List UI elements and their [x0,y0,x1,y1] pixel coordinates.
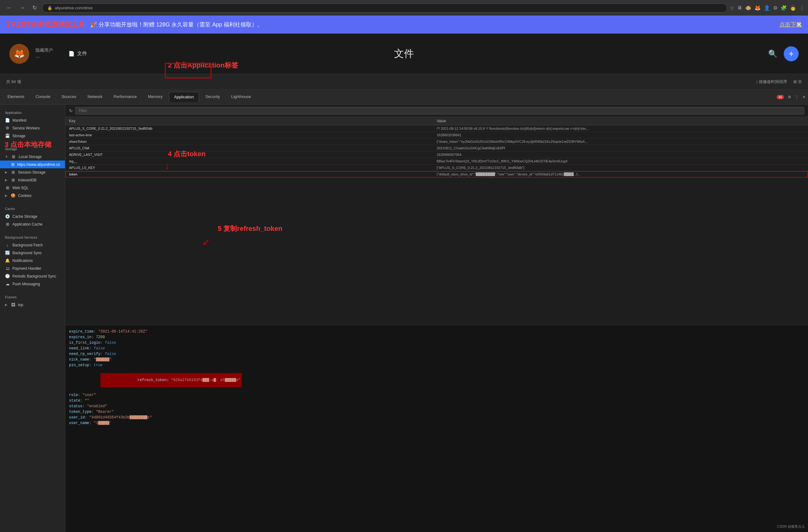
sidebar-section-application: Application 📄 Manifest ⚙ Service Workers… [0,105,65,141]
aliyundrive-url-icon: ⊞ [11,162,15,167]
sidebar-item-payment-handler[interactable]: 🗂 Payment Handler [0,264,65,272]
tab-application-label: Application [174,95,194,99]
session-storage-label: Session Storage [18,170,45,175]
tab-performance[interactable]: Performance [109,92,142,102]
file-count-text: 共 94 项 [6,79,21,85]
app-container: 🦊 隐藏用户 ··· 📄 文件 文件 🔍 + 共 94 项 ↕ 按修改时间排序 … [0,34,808,532]
error-count-badge: 40 [776,95,784,99]
table-row[interactable]: APLUS_LS_KEY ["APLUS_S_CORE_0.21.2_20210… [65,165,808,171]
ext-icon-6[interactable]: 🧩 [781,5,787,11]
local-storage-icon: ⊞ [11,154,16,159]
ext-icon-1[interactable]: 🖥 [737,5,742,11]
sort-options: ↕ 按修改时间排序 [756,79,787,85]
table-row[interactable]: ADRIVE_LAST_VISIT 1628996057064 [65,151,808,158]
devtools-panel: Elements Console Sources Network Perform… [0,90,808,532]
sidebar-item-background-fetch[interactable]: ↓ Background Fetch [0,241,65,249]
ext-icon-5[interactable]: ⚙ [773,5,777,11]
lock-icon: 🔒 [47,5,52,10]
content-toolbar: ↻ [65,105,808,117]
ext-icon-3[interactable]: 🦊 [754,5,761,11]
settings-icon[interactable]: ⚙ [788,95,791,99]
devtools-body: Application 📄 Manifest ⚙ Service Workers… [0,105,808,532]
sidebar-item-local-storage[interactable]: ▼ ⊞ Local Storage [0,153,65,161]
close-devtools-button[interactable]: ✕ [803,95,806,99]
user-info: 隐藏用户 ··· [35,48,53,60]
user-more-button[interactable]: ··· [35,54,53,60]
files-nav-item[interactable]: 📄 文件 [69,50,87,57]
refresh-storage-button[interactable]: ↻ [69,108,73,113]
table-row[interactable]: last-active-time 1628602038641 [65,132,808,139]
local-storage-label: Local Storage [19,154,42,159]
tab-elements[interactable]: Elements [2,92,29,102]
detail-line: user_name: "1█████' [69,420,804,426]
ext-icon-4[interactable]: 👤 [764,5,770,11]
cache-storage-icon: 💿 [5,214,10,219]
aliyundrive-url-label: https://www.aliyundrive.co [17,162,60,167]
sidebar-item-manifest[interactable]: 📄 Manifest [0,116,65,124]
sidebar-item-indexeddb[interactable]: ▶ ⊞ IndexedDB [0,176,65,184]
key-cell: shareToken [69,140,437,143]
sidebar-item-notifications[interactable]: 🔔 Notifications [0,257,65,264]
user-avatar: 🦊 [9,44,29,64]
tab-network[interactable]: Network [83,92,108,102]
table-header: Key Value [65,117,808,125]
sidebar-item-aliyundrive-localstorage[interactable]: ⊞ https://www.aliyundrive.co [0,161,65,168]
sidebar-item-cache-storage[interactable]: 💿 Cache Storage [0,213,65,220]
sidebar-item-background-sync[interactable]: 🔄 Background Sync [0,249,65,257]
tab-application[interactable]: Application [169,92,199,102]
more-options-icon[interactable]: ⋮ [795,95,799,99]
filter-input[interactable] [75,107,804,114]
sidebar-item-websql[interactable]: ⊞ Web SQL [0,184,65,191]
sidebar-item-push-messaging[interactable]: ☁ Push Messaging [0,280,65,288]
token-table-row[interactable]: token {"default_sbox_drive_id":"████████… [65,171,808,178]
back-button[interactable]: ← [4,3,14,13]
app-header-actions: 🔍 + [768,47,799,61]
payment-handler-label: Payment Handler [13,266,41,271]
table-row[interactable]: APLUS_S_CORE_0.21.2_20210812192715_3edf8… [65,125,808,132]
key-cell: APLUS_S_CORE_0.21.2_20210812192715_3edf8… [69,127,437,130]
cookies-label: Cookies [18,194,32,198]
tab-security[interactable]: Security [200,92,225,102]
detail-line: need_rp_verify: false [69,351,804,357]
ext-icon-2[interactable]: 🐵 [745,5,751,11]
forward-button[interactable]: → [17,3,27,13]
manifest-icon: 📄 [5,118,10,123]
tab-console[interactable]: Console [31,92,55,102]
view-toggle[interactable]: ⊞ ☰ [793,79,802,84]
search-button[interactable]: 🔍 [768,50,777,58]
detail-line: state: "" [69,398,804,404]
refresh-button[interactable]: ↻ [30,3,39,13]
tab-memory[interactable]: Memory [143,92,168,102]
value-cell: BBwc7h4FkTetamQS_YRL0Dmf7TzOlcC_lf0KS_YW… [437,159,804,163]
sidebar-section-title-application: Application [0,110,65,116]
table-row[interactable]: APLUS_CNA 20210811_CGwkGGcGHCgCAaN9tqEnE… [65,145,808,151]
bookmark-icon[interactable]: ☆ [730,5,734,11]
service-workers-label: Service Workers [13,126,40,130]
files-label: 文件 [77,50,87,57]
push-messaging-icon: ☁ [5,281,10,286]
key-cell: ADRIVE_LAST_VISIT [69,153,437,157]
refresh-token-highlight: refresh_token: "626a27b6193f4███:a█: e5█… [100,373,242,387]
periodic-sync-icon: 🕐 [5,274,10,278]
tab-lighthouse[interactable]: Lighthouse [226,92,256,102]
devtools-tabbar-wrapper: Elements Console Sources Network Perform… [0,90,808,532]
sidebar-item-cookies[interactable]: ▶ 🍪 Cookies [0,191,65,199]
table-row[interactable]: shareToken {"share_token":"eyJhbGciOiJSU… [65,139,808,145]
expand-icon-cookies: ▶ [5,194,7,197]
sidebar-item-session-storage[interactable]: ▶ ⊞ Session Storage [0,168,65,176]
sidebar-item-storage[interactable]: 💾 Storage [0,132,65,140]
background-sync-label: Background Sync [13,251,42,255]
address-bar[interactable]: 🔒 aliyundrive.com/drive [42,3,727,13]
table-row[interactable]: isg__ BBwc7h4FkTetamQS_YRL0Dmf7TzOlcC_lf… [65,158,808,165]
tab-sources[interactable]: Sources [57,92,81,102]
sidebar-item-application-cache[interactable]: ⊞ Application Cache [0,220,65,228]
add-button[interactable]: + [784,47,799,61]
menu-icon[interactable]: ⋮ [799,5,804,11]
sidebar-item-service-workers[interactable]: ⚙ Service Workers [0,124,65,132]
sidebar-item-top-frame[interactable]: ▶ 🖼 top [0,301,65,309]
sidebar-section-background: Background Services ↓ Background Fetch 🔄… [0,229,65,289]
user-avatar-icon[interactable]: 👨 [790,5,796,11]
watermark: CSDN @极客点儿 [777,524,805,529]
sidebar-item-periodic-background-sync[interactable]: 🕐 Periodic Background Sync [0,272,65,280]
announcement-close-button[interactable]: ✕ [796,21,802,28]
